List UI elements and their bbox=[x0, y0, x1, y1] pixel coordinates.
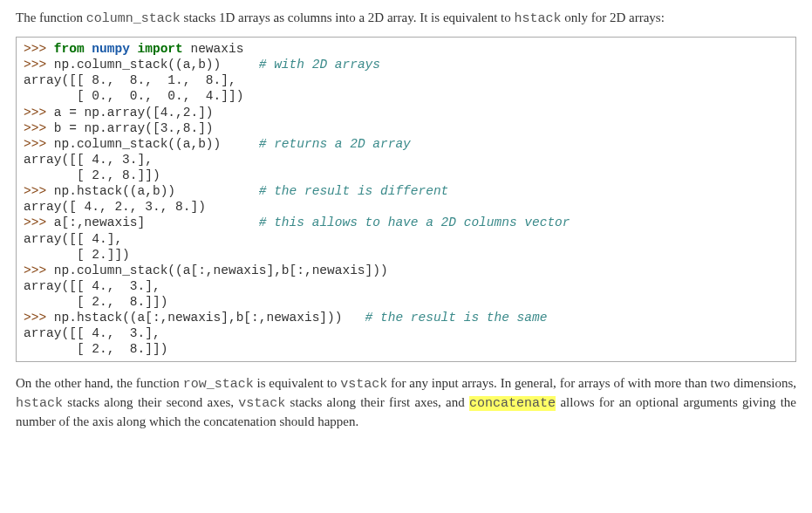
repl-prompt: >>> bbox=[24, 121, 54, 135]
code-output: array([[ 4., 3.], bbox=[24, 278, 788, 294]
code-line: >>> np.column_stack((a[:,newaxis],b[:,ne… bbox=[24, 263, 788, 278]
repl-prompt: >>> bbox=[24, 137, 54, 151]
inline-code-concatenate-highlighted: concatenate bbox=[469, 396, 556, 411]
module-numpy: numpy bbox=[92, 42, 130, 56]
repl-prompt: >>> bbox=[24, 215, 54, 229]
inline-code-hstack: hstack bbox=[16, 396, 63, 411]
code-line: >>> np.column_stack((a,b)) # returns a 2… bbox=[24, 136, 788, 152]
repl-prompt: >>> bbox=[24, 184, 54, 198]
keyword-import: import bbox=[138, 42, 183, 56]
repl-prompt: >>> bbox=[24, 106, 54, 120]
inline-code-column-stack: column_stack bbox=[86, 11, 181, 26]
inline-code-vstack: vstack bbox=[340, 377, 387, 392]
inline-code-hstack: hstack bbox=[515, 11, 562, 26]
outro-paragraph: On the other hand, the function row_stac… bbox=[16, 374, 796, 431]
intro-text-1: The function bbox=[16, 10, 86, 24]
outro-text-3: for any input arrays. In general, for ar… bbox=[387, 376, 796, 390]
code-line: >>> a[:,newaxis] # this allows to have a… bbox=[24, 215, 788, 230]
code-comment: # the result is the same bbox=[365, 311, 548, 325]
code-output: array([[ 8., 8., 1., 8.], bbox=[24, 72, 788, 88]
intro-text-3: only for 2D arrays: bbox=[562, 10, 665, 24]
code-output: array([[ 4., 3.], bbox=[24, 325, 788, 341]
python-code-block: >>> from numpy import newaxis>>> np.colu… bbox=[16, 37, 796, 362]
repl-prompt: >>> bbox=[24, 263, 54, 277]
code-comment: # this allows to have a 2D columns vecto… bbox=[259, 215, 570, 229]
code-output: [ 0., 0., 0., 4.]]) bbox=[24, 88, 788, 104]
outro-text-1: On the other hand, the function bbox=[16, 376, 183, 390]
code-output: [ 2.]]) bbox=[24, 247, 788, 263]
code-output: [ 2., 8.]]) bbox=[24, 294, 788, 310]
inline-code-vstack: vstack bbox=[238, 396, 285, 411]
code-output: array([[ 4., 3.], bbox=[24, 152, 788, 168]
keyword-from: from bbox=[54, 42, 85, 56]
code-output: [ 2., 8.]]) bbox=[24, 168, 788, 183]
outro-text-5: stacks along their first axes, and bbox=[285, 395, 469, 409]
code-line: >>> np.hstack((a,b)) # the result is dif… bbox=[24, 183, 788, 199]
code-output: array([ 4., 2., 3., 8.]) bbox=[24, 199, 788, 215]
code-comment: # the result is different bbox=[259, 184, 449, 198]
code-line: >>> np.column_stack((a,b)) # with 2D arr… bbox=[24, 57, 788, 72]
code-line: >>> np.hstack((a[:,newaxis],b[:,newaxis]… bbox=[24, 310, 788, 325]
code-output: [ 2., 8.]]) bbox=[24, 341, 788, 357]
outro-text-2: is equivalent to bbox=[254, 376, 340, 390]
intro-paragraph: The function column_stack stacks 1D arra… bbox=[16, 9, 796, 28]
outro-text-4: stacks along their second axes, bbox=[63, 395, 238, 409]
code-output: array([[ 4.], bbox=[24, 231, 788, 247]
code-line: >>> a = np.array([4.,2.]) bbox=[24, 105, 788, 120]
code-comment: # with 2D arrays bbox=[259, 58, 380, 72]
code-line: >>> b = np.array([3.,8.]) bbox=[24, 120, 788, 136]
inline-code-row-stack: row_stack bbox=[183, 377, 254, 392]
code-line: >>> from numpy import newaxis bbox=[24, 41, 788, 57]
code-comment: # returns a 2D array bbox=[259, 137, 411, 151]
intro-text-2: stacks 1D arrays as columns into a 2D ar… bbox=[181, 10, 515, 24]
repl-prompt: >>> bbox=[24, 58, 54, 72]
repl-prompt: >>> bbox=[24, 311, 54, 325]
repl-prompt: >>> bbox=[24, 42, 54, 56]
